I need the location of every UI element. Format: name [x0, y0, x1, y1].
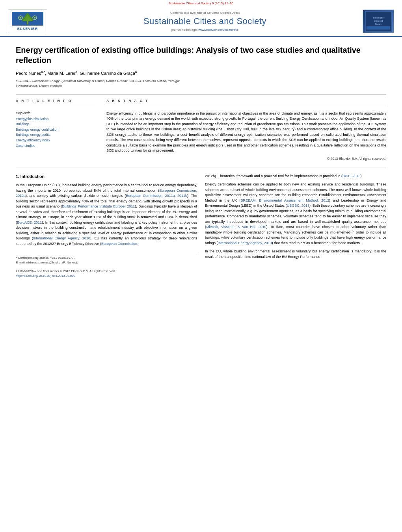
- top-bar: Sustainable Cities and Society 9 (2013) …: [0, 0, 402, 6]
- keyword-4: Buildings energy audits: [16, 132, 95, 138]
- divider-keywords: [16, 107, 95, 107]
- keywords-label: Keywords:: [16, 111, 95, 115]
- abstract-panel: A B S T R A C T Energy efficiency in bui…: [106, 99, 386, 161]
- authors: Pedro Nunesa,*, Maria M. Lererb, Guilher…: [16, 70, 386, 76]
- ref-bpie-2011[interactable]: Buildings Performance Institute Europe, …: [62, 204, 135, 208]
- journal-title: Sustainable Cities and Society: [55, 16, 355, 26]
- intro-para-col2-2: Energy certification schemes can be appl…: [205, 182, 386, 246]
- journal-thumbnail: Sustainable Cities and Society: [363, 9, 394, 33]
- journal-reference: Sustainable Cities and Society 9 (2013) …: [169, 2, 234, 5]
- info-area: A R T I C L E I N F O Keywords: Energypl…: [16, 99, 386, 161]
- footnote-area: * Corresponding author. +351 933016977. …: [16, 253, 197, 265]
- elsevier-tree-icon: [12, 12, 43, 26]
- issn-text: 2210-6707/$ – see front matter © 2013 El…: [16, 269, 115, 274]
- divider-2: [16, 167, 386, 167]
- body-col-left: 1. Introduction In the European Union (E…: [16, 174, 197, 279]
- author-names: Pedro Nunesa,*, Maria M. Lererb, Guilher…: [16, 71, 137, 76]
- svg-text:Society: Society: [375, 23, 382, 25]
- elsevier-logo: ELSEVIER: [8, 9, 47, 33]
- abstract-text: Energy efficiency in buildings is of par…: [106, 111, 386, 154]
- svg-text:Sustainable: Sustainable: [373, 17, 383, 19]
- ref-euroace[interactable]: EuroACE, 2011: [17, 221, 42, 224]
- intro-section-title: 1. Introduction: [16, 174, 197, 180]
- svg-text:Cities and: Cities and: [374, 20, 383, 22]
- abstract-header: A B S T R A C T: [106, 99, 386, 103]
- homepage-link[interactable]: www.elsevier.com/locate/scs: [199, 28, 238, 32]
- sciverse-link: Contents lists available at SciVerse Sci…: [55, 11, 355, 15]
- intro-para-1: In the European Union (EU), increased bu…: [16, 183, 197, 247]
- ref-iea-2010[interactable]: International Energy Agency, 2010: [33, 236, 90, 240]
- footnote-bottom: 2210-6707/$ – see front matter © 2013 El…: [16, 269, 197, 278]
- footnote-email: E-mail address: pnunes@fc.ul.pt (P. Nune…: [16, 260, 197, 265]
- keyword-6: Case studies: [16, 143, 95, 149]
- svg-rect-12: [367, 26, 390, 30]
- intro-para-col2-3: In the EU, whole building environmental …: [205, 249, 386, 260]
- divider-1: [16, 95, 386, 95]
- keyword-3: Buildings energy certification: [16, 127, 95, 133]
- paper-title: Energy certification of existing office …: [16, 45, 386, 65]
- keywords-list: Energyplus simulation Buildings Building…: [16, 117, 95, 149]
- divider-abstract: [106, 107, 386, 107]
- copyright-notice: © 2013 Elsevier B.V. All rights reserved…: [106, 157, 386, 161]
- keyword-1: Energyplus simulation: [16, 117, 95, 122]
- journal-center: Contents lists available at SciVerse Sci…: [47, 11, 363, 32]
- body-col-right: 2012b). Theoretical framework and a prac…: [205, 174, 386, 279]
- ref-usgbc[interactable]: USGBC, 2013: [287, 204, 309, 208]
- intro-para-col2-1: 2012b). Theoretical framework and a prac…: [205, 174, 386, 179]
- ref-breeam[interactable]: BREEAM, Environmental Assessment Method,…: [241, 198, 329, 202]
- affiliation-b: b NaturalWorks, Lisbon, Portugal: [16, 83, 386, 88]
- article-info-panel: A R T I C L E I N F O Keywords: Energypl…: [16, 99, 95, 161]
- svg-point-6: [34, 17, 35, 19]
- ref-bpie-2013[interactable]: BPIE, 2013: [342, 174, 361, 178]
- keyword-5: Energy efficiency index: [16, 138, 95, 143]
- journal-homepage: journal homepage: www.elsevier.com/locat…: [55, 28, 355, 32]
- journal-header: ELSEVIER Contents lists available at Sci…: [0, 6, 402, 37]
- affiliations: a SESUL – Sustainable Energy Systems at …: [16, 79, 386, 88]
- ref-iea-2010b[interactable]: International Energy Agency, 2010: [218, 241, 272, 245]
- svg-point-5: [20, 17, 21, 19]
- ref-mlecnik[interactable]: Mlecnik, Visscher, & Van Hal, 2010: [206, 225, 266, 229]
- body-content: 1. Introduction In the European Union (E…: [16, 174, 386, 279]
- footnote-corresponding: * Corresponding author. +351 933016977.: [16, 256, 197, 260]
- main-content: Energy certification of existing office …: [0, 37, 402, 286]
- ref-ec-2011[interactable]: European Commission, 2011a, 2011b: [126, 194, 187, 198]
- ref-ec-2012b[interactable]: European Commission,: [101, 242, 138, 246]
- footnote-bottom-left: 2210-6707/$ – see front matter © 2013 El…: [16, 269, 115, 278]
- keyword-2: Buildings: [16, 122, 95, 127]
- elsevier-brand-text: ELSEVIER: [17, 27, 38, 31]
- doi-anchor[interactable]: http://dx.doi.org/10.1016/j.scs.2013.03.…: [16, 274, 75, 278]
- affiliation-a: a SESUL – Sustainable Energy Systems at …: [16, 79, 386, 83]
- doi-link: http://dx.doi.org/10.1016/j.scs.2013.03.…: [16, 274, 115, 278]
- article-info-header: A R T I C L E I N F O: [16, 99, 95, 103]
